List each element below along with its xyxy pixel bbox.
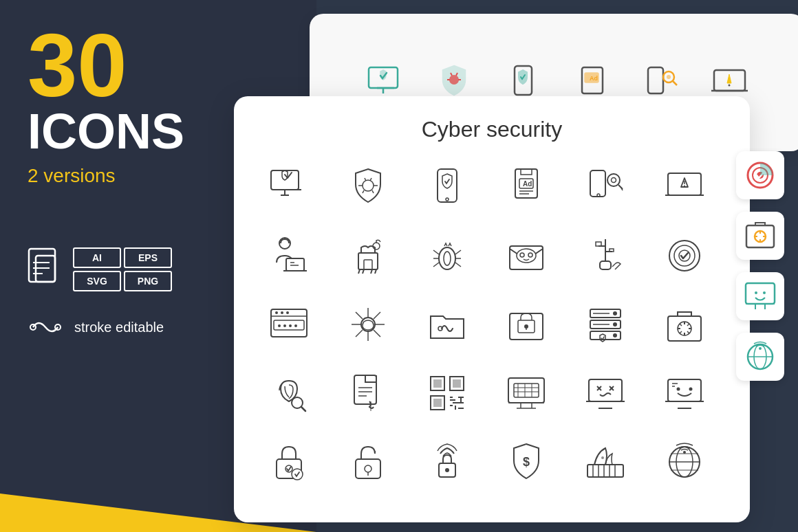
card-title: Cyber security [255,117,729,142]
svg-line-105 [356,330,363,337]
icon-phishing-email [495,225,557,287]
icon-shield-dollar: $ [495,431,557,493]
strip-icon-target [736,151,784,199]
format-svg: SVG [73,271,121,291]
icon-server-shield [574,293,636,355]
svg-rect-79 [600,261,611,269]
stroke-area: stroke editable [28,316,164,338]
svg-rect-131 [453,379,461,388]
icon-monitor-hack [495,362,557,424]
svg-line-73 [455,263,461,267]
svg-point-53 [684,186,685,187]
icons-label: ICONS [28,107,184,156]
svg-rect-133 [433,399,442,407]
icon-bug-virus [416,225,478,287]
svg-line-31 [365,178,366,181]
icon-fingerprint [258,362,320,424]
right-strip [722,0,798,532]
svg-point-114 [613,311,617,315]
svg-point-94 [289,324,292,327]
format-grid: AI EPS SVG PNG [73,247,172,291]
svg-rect-19 [648,67,663,93]
svg-rect-153 [589,379,622,401]
svg-rect-192 [746,225,774,247]
svg-point-30 [363,180,374,191]
svg-rect-60 [364,260,372,269]
svg-text:$: $ [523,455,530,469]
icon-wireless-lock [416,431,478,493]
icon-lock-check [258,431,320,493]
icon-phone-key [574,156,636,218]
svg-point-46 [607,174,620,186]
svg-point-45 [597,194,600,197]
svg-point-174 [445,468,449,472]
svg-point-5 [30,324,36,330]
stroke-icon [28,316,63,338]
svg-point-188 [683,451,686,454]
icon-usb-virus [574,225,636,287]
icon-monitor-shield [258,156,320,218]
svg-point-67 [444,252,451,265]
stroke-label: stroke editable [74,320,164,335]
icon-hazmat-briefcase [654,293,715,355]
svg-rect-44 [590,170,605,197]
svg-rect-119 [668,316,701,341]
versions-label: 2 versions [28,165,116,187]
svg-line-103 [374,330,380,337]
svg-point-92 [278,324,281,327]
icon-qr-virus [416,362,478,424]
strip-icon-globe-wifi [736,333,784,381]
svg-point-198 [755,291,757,294]
format-eps: EPS [124,247,172,268]
svg-line-69 [455,250,461,254]
icon-phone-shield [416,156,478,218]
svg-point-97 [361,318,375,331]
svg-point-182 [601,456,604,459]
svg-point-10 [449,75,459,85]
icon-dead-laptop [574,362,636,424]
icon-grid: Ad [255,156,729,493]
svg-rect-147 [514,384,539,397]
icon-laptop-warning [654,156,715,218]
icon-circuit-malware [337,293,399,355]
icon-globe-wifi [654,431,715,493]
svg-point-199 [763,291,766,294]
svg-line-122 [301,407,305,411]
icon-hacker [258,225,320,287]
icon-padlock-open [337,431,399,493]
svg-point-91 [286,311,289,314]
svg-line-68 [433,250,439,254]
svg-line-32 [370,178,371,181]
file-icon [28,247,63,289]
icon-browser-password [258,293,320,355]
svg-line-104 [374,312,380,319]
icon-trojan-horse [337,225,399,287]
icon-firewall [574,431,636,493]
format-area: AI EPS SVG PNG [28,247,172,291]
icon-document-ad: Ad [495,156,557,218]
icon-shield-bug [337,156,399,218]
svg-point-90 [281,311,283,314]
svg-line-21 [673,81,677,85]
svg-point-116 [613,333,617,337]
svg-line-102 [356,312,363,319]
svg-point-22 [667,75,671,79]
svg-point-38 [446,198,449,201]
icon-safe-laptop [654,362,715,424]
svg-point-66 [439,247,455,269]
format-png: PNG [124,271,172,291]
svg-text:Ad: Ad [590,75,598,82]
svg-point-115 [613,322,617,326]
svg-rect-83 [610,249,614,252]
svg-line-36 [372,190,374,193]
svg-text:Ad: Ad [523,180,532,188]
strip-icon-hazmat [736,212,784,260]
svg-point-163 [677,388,680,391]
svg-line-35 [363,190,364,193]
icon-document-leak [337,362,399,424]
svg-point-171 [365,465,371,472]
svg-point-47 [612,178,616,183]
svg-rect-0 [29,249,55,282]
svg-line-72 [433,263,439,267]
svg-rect-55 [286,258,304,271]
